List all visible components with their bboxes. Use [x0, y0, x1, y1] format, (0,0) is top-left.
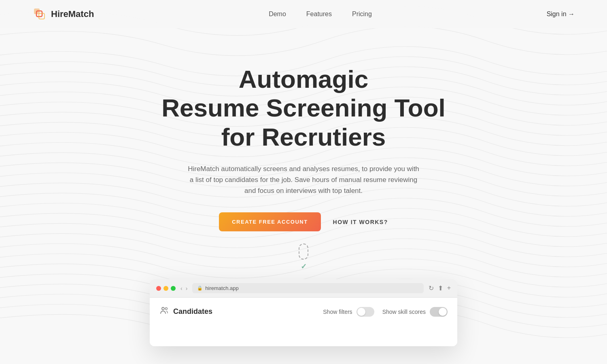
svg-point-3: [162, 307, 164, 310]
candidates-title: Candidates: [159, 306, 212, 317]
show-skill-scores-toggle: Show skill scores: [382, 307, 448, 317]
create-account-button[interactable]: CREATE FREE ACCOUNT: [219, 212, 320, 231]
back-button[interactable]: ‹: [180, 285, 183, 292]
how-it-works-button[interactable]: HOW IT WORKS?: [333, 219, 388, 225]
nav-link-demo[interactable]: Demo: [269, 11, 286, 18]
scroll-dots-icon: [299, 243, 308, 260]
lock-icon: 🔒: [197, 286, 203, 291]
share-button[interactable]: ⬆: [438, 284, 443, 292]
hero-subtitle: HireMatch automatically screens and anal…: [186, 163, 421, 197]
browser-nav-buttons: ‹ ›: [180, 285, 187, 292]
svg-point-4: [166, 308, 168, 310]
browser-content: Candidates Show filters Show skill score…: [150, 298, 457, 346]
hero-title: Automagic Resume Screening Tool for Recr…: [161, 65, 446, 151]
logo-text: HireMatch: [51, 9, 94, 19]
candidates-filters: Show filters Show skill scores: [323, 307, 448, 317]
minimize-dot: [163, 286, 168, 291]
signin-button[interactable]: Sign in →: [547, 11, 575, 18]
url-text: hirematch.app: [205, 285, 238, 291]
show-skill-scores-label: Show skill scores: [382, 309, 426, 315]
toggle-knob-2: [439, 308, 447, 316]
candidates-label: Candidates: [173, 307, 212, 316]
logo-icon: [32, 7, 47, 21]
browser-url-bar[interactable]: 🔒 hirematch.app: [192, 283, 423, 293]
candidates-icon: [159, 306, 169, 317]
candidates-header: Candidates Show filters Show skill score…: [159, 306, 448, 317]
hero-section: Automagic Resume Screening Tool for Recr…: [0, 28, 607, 346]
browser-actions: ↻ ⬆ +: [429, 284, 451, 292]
skill-scores-toggle-switch[interactable]: [430, 307, 448, 317]
navbar: HireMatch Demo Features Pricing Sign in …: [0, 0, 607, 28]
scroll-chevron-icon: ✓: [301, 262, 307, 271]
hero-title-line2: Resume Screening Tool: [161, 94, 446, 122]
hero-title-line3: for Recrutiers: [221, 123, 386, 151]
toggle-knob: [357, 308, 365, 316]
nav-links: Demo Features Pricing: [269, 11, 372, 18]
close-dot: [156, 286, 161, 291]
show-filters-toggle: Show filters: [323, 307, 374, 317]
browser-mockup: ‹ › 🔒 hirematch.app ↻ ⬆ +: [150, 279, 457, 346]
nav-link-pricing[interactable]: Pricing: [352, 11, 372, 18]
show-filters-label: Show filters: [323, 309, 352, 315]
nav-link-features[interactable]: Features: [306, 11, 332, 18]
new-tab-button[interactable]: +: [447, 284, 451, 292]
hero-title-line1: Automagic: [239, 65, 368, 93]
filters-toggle-switch[interactable]: [357, 307, 374, 317]
browser-traffic-lights: [156, 286, 176, 291]
hero-buttons: CREATE FREE ACCOUNT HOW IT WORKS?: [219, 212, 388, 231]
refresh-button[interactable]: ↻: [429, 284, 434, 292]
browser-toolbar: ‹ › 🔒 hirematch.app ↻ ⬆ +: [150, 279, 457, 298]
maximize-dot: [171, 286, 176, 291]
logo[interactable]: HireMatch: [32, 7, 94, 21]
scroll-indicator: ✓: [299, 243, 308, 271]
forward-button[interactable]: ›: [186, 285, 188, 292]
